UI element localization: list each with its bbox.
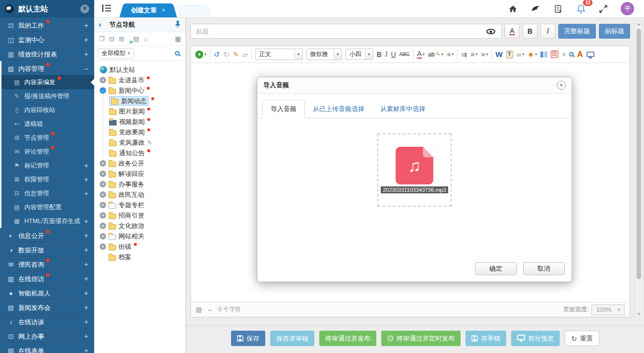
sidebar-item-robot[interactable]: ●智能机器人 + — [0, 286, 94, 300]
tree-node[interactable]: +文化旅游 — [96, 221, 183, 231]
sidebar-item-data-open[interactable]: ◑数据开放 + — [0, 242, 94, 257]
save-and-review-button[interactable]: 保存并审核 — [270, 331, 314, 346]
search-replace-button[interactable] — [569, 52, 574, 57]
font-size-select[interactable]: 小四▾ — [346, 49, 373, 60]
home-node-icon[interactable]: ⌂ — [144, 35, 148, 43]
more-tools-button[interactable]: ∨ — [562, 51, 566, 58]
sidebar-item-return-box[interactable]: ↩退稿箱 — [1, 117, 94, 131]
expand-toggle-icon[interactable]: + — [100, 181, 106, 187]
tree-node[interactable]: +政务公开 — [96, 158, 183, 169]
sidebar-item-interview[interactable]: ♪在线访谈 + — [0, 314, 94, 329]
sidebar-collapse-button[interactable]: ∨ — [80, 4, 89, 13]
insert-media-button[interactable]: +▾ — [195, 51, 206, 59]
sidebar-item-html-cache[interactable]: ▦HTML/页面缓存生成 + — [1, 214, 94, 228]
sidebar-item-push-mgmt[interactable]: ✎报/推送稿件管理 — [1, 89, 94, 103]
tree-node[interactable]: +网站相关 — [96, 231, 183, 241]
paragraph-style-select[interactable]: 正文▾ — [255, 49, 303, 60]
tab-select-uploaded-audio[interactable]: 从已上传音频选择 — [305, 100, 372, 118]
font-family-select[interactable]: 微软雅▾ — [306, 49, 342, 60]
expand-toggle-icon[interactable]: + — [100, 223, 106, 229]
sidebar-item-press-conference[interactable]: ▤新闻发布会 + — [0, 300, 94, 314]
home-icon[interactable] — [508, 4, 518, 13]
tree-node[interactable]: 党政要闻 — [103, 127, 183, 137]
front-preview-button[interactable]: 前台预览 — [511, 331, 560, 346]
save-draft-button[interactable]: 存草稿 — [466, 331, 506, 346]
expand-toggle-icon[interactable]: + — [100, 77, 106, 83]
undo-button[interactable]: ↺ — [214, 50, 220, 59]
pin-icon[interactable] — [175, 20, 181, 29]
title-color-button[interactable]: A — [505, 24, 520, 39]
underline-button[interactable]: U — [391, 51, 396, 59]
tree-node[interactable]: 党风廉政✎ — [103, 137, 183, 148]
tab-import-audio[interactable]: 导入音频 — [262, 100, 305, 118]
expand-toggle-icon[interactable]: + — [100, 202, 106, 208]
expand-toggle-icon[interactable]: + — [100, 243, 106, 250]
paste-text-button[interactable]: T — [506, 51, 513, 59]
reset-button[interactable]: ↻ 重置 — [565, 331, 599, 346]
model-filter-select[interactable]: 全部模型 ▾ — [98, 48, 134, 59]
format-painter-icon[interactable]: ✎ — [233, 51, 239, 59]
tree-node[interactable]: +解读回应 — [96, 169, 183, 179]
unordered-list-button[interactable]: ≡▾ — [481, 51, 488, 59]
tree-node[interactable]: +走进县市 — [96, 75, 183, 85]
scrollbar-thumb[interactable] — [637, 29, 641, 279]
sidebar-item-content-edit[interactable]: ▤内容采编发 — [1, 75, 94, 89]
title-bold-button[interactable]: B — [523, 24, 537, 39]
scroll-up-arrow[interactable]: ▲ — [636, 21, 642, 28]
ordered-list-button[interactable]: ≡▾ — [470, 51, 477, 59]
approve-scheduled-publish-button[interactable]: 终审通过并定时发布 — [381, 331, 461, 346]
scroll-down-arrow[interactable]: ▼ — [636, 311, 642, 318]
tree-node[interactable]: +政民互动 — [96, 189, 183, 200]
word-wrap-icon[interactable]: ⇔ — [207, 306, 213, 313]
collapse-all-icon[interactable]: ⊟ — [109, 35, 115, 43]
sidebar-item-permission-mgmt[interactable]: ⊠权限管理 + — [1, 173, 94, 186]
tree-node[interactable]: +专题专栏 — [96, 200, 183, 210]
audit-clipboard-icon[interactable] — [553, 4, 563, 14]
tree-node[interactable]: 通知公告 — [103, 148, 183, 158]
expand-toggle-icon[interactable]: + — [100, 233, 106, 239]
tree-node[interactable]: +街镇 — [96, 241, 183, 252]
tree-node[interactable]: 图片新闻 — [103, 106, 183, 117]
tree-node[interactable]: 视频新闻 — [103, 117, 183, 127]
font-color-button[interactable]: A▾ — [417, 50, 424, 59]
notifications-bell-icon[interactable]: 33 — [576, 4, 586, 14]
page-width-select[interactable]: 100% ∨ — [591, 304, 625, 315]
tree-root[interactable]: 默认主站 — [96, 64, 183, 75]
sidebar-item-my-work[interactable]: ⊡我的工作 + — [0, 18, 94, 32]
sidebar-item-online-work[interactable]: ⊡网上办事 + — [0, 329, 94, 343]
cancel-button[interactable]: 取消 — [523, 262, 565, 275]
sidebar-item-node-mgmt[interactable]: ⊞节点管理 — [1, 131, 94, 145]
sidebar-item-content-mgmt[interactable]: ▧内容管理 – — [1, 61, 94, 75]
sidebar-item-petition[interactable]: ▨在线信访 + — [0, 271, 94, 286]
expand-all-icon[interactable]: ⊞ — [119, 35, 124, 43]
copy-node-icon[interactable]: ❐ — [99, 35, 105, 43]
tree-node[interactable]: +招商引资 — [96, 210, 183, 221]
tab-select-from-library[interactable]: 从素材库中选择 — [372, 100, 433, 118]
bird-icon[interactable] — [530, 4, 540, 13]
doc-add-icon[interactable]: ▤ — [133, 35, 139, 43]
expand-toggle-icon[interactable]: + — [100, 191, 106, 198]
element-path-icon[interactable]: ▤ — [196, 306, 202, 313]
import-word-button[interactable]: W — [495, 50, 502, 59]
tree-node[interactable]: 档案 — [96, 252, 183, 262]
tree-node[interactable]: –新闻中心 — [96, 85, 183, 96]
save-button[interactable]: 保存 — [231, 331, 265, 346]
bold-button[interactable]: B — [377, 51, 382, 59]
highlight-color-button[interactable]: ab✎▾ — [428, 51, 444, 58]
sidebar-item-info-public[interactable]: ◐信息公开 + — [0, 228, 94, 242]
redo-button[interactable]: ↻ — [224, 50, 230, 59]
close-tab-icon[interactable]: × — [162, 6, 166, 14]
sidebar-toggle-icon[interactable] — [102, 4, 111, 13]
subtitle-button[interactable]: 副标题 — [599, 24, 630, 39]
node-list-icon[interactable]: ▦ — [175, 35, 181, 43]
site-header[interactable]: 默认主站 ∨ — [0, 0, 94, 18]
big-font-button[interactable]: A — [577, 50, 583, 59]
auto-typeset-button[interactable]: ∗▾ — [528, 50, 537, 59]
clear-format-eraser-icon[interactable]: ▱ — [242, 51, 248, 59]
sidebar-item-tag-mgmt[interactable]: ⚑标记管理 + — [1, 159, 94, 173]
align-button[interactable]: ≡▾ — [447, 51, 454, 59]
title-preview-eye-icon[interactable] — [486, 29, 495, 34]
collapse-panel-icon[interactable]: ‹ — [99, 20, 102, 30]
fullscreen-editor-button[interactable] — [586, 52, 594, 57]
approve-and-publish-button[interactable]: 终审通过并发布 — [319, 331, 376, 346]
